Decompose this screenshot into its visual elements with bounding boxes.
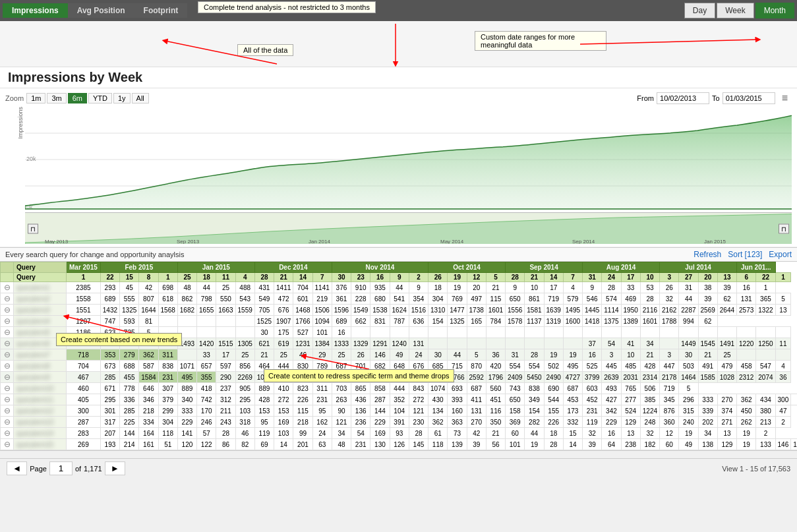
sort-link[interactable]: Sort [123] <box>728 250 762 259</box>
data-cell <box>737 327 756 338</box>
data-cell: 5 <box>139 327 158 338</box>
data-cell: 333 <box>698 394 717 405</box>
data-cell: 689 <box>100 293 119 305</box>
row-remove-btn[interactable]: ⊖ <box>4 395 11 404</box>
data-cell: 95 <box>254 417 274 428</box>
row-remove-btn[interactable]: ⊖ <box>4 283 11 292</box>
data-cell: 19 <box>737 439 756 450</box>
mini-chart-svg: May 2013 Sep 2013 Jan 2014 May 2014 Sep … <box>25 213 792 244</box>
chart-handle-right[interactable]: ⊓ <box>779 223 789 233</box>
period-week[interactable]: Week <box>717 3 753 18</box>
refresh-link[interactable]: Refresh <box>694 250 721 259</box>
data-cell: 1655 <box>197 305 216 316</box>
from-date-input[interactable] <box>657 92 709 104</box>
tab-impressions[interactable]: Impressions <box>3 3 68 18</box>
data-cell: 240 <box>679 417 698 428</box>
row-remove-btn[interactable]: ⊖ <box>4 339 11 348</box>
row-remove-btn[interactable]: ⊖ <box>4 328 11 337</box>
th-date-28b: 28 <box>506 273 525 282</box>
data-cell: 300 <box>67 405 101 417</box>
data-cell: 349 <box>525 394 544 405</box>
row-remove-btn[interactable]: ⊖ <box>4 316 11 326</box>
data-cell <box>197 316 216 327</box>
data-cell: 560 <box>486 383 505 394</box>
data-cell: 69 <box>254 439 274 450</box>
data-cell <box>370 327 390 338</box>
row-remove-btn[interactable]: ⊖ <box>4 440 11 449</box>
zoom-1y[interactable]: 1y <box>113 93 131 103</box>
data-cell: 39 <box>467 439 486 450</box>
period-day[interactable]: Day <box>684 3 715 18</box>
data-cell: 339 <box>698 405 717 417</box>
data-cell <box>506 338 525 349</box>
data-cell: 145 <box>409 439 428 450</box>
data-cell: 525 <box>583 361 602 372</box>
row-remove-btn[interactable]: ⊖ <box>4 406 11 415</box>
data-cell: 574 <box>409 372 428 383</box>
data-cell: 13 <box>775 305 791 316</box>
page-title: Impressions by Week <box>8 70 789 85</box>
zoom-ytd[interactable]: YTD <box>88 93 112 103</box>
next-page-btn[interactable]: ► <box>105 461 125 475</box>
data-cell: 218 <box>139 405 158 417</box>
data-cell: 765 <box>621 383 640 394</box>
data-cell: 1738 <box>467 305 486 316</box>
row-remove-btn[interactable]: ⊖ <box>4 417 11 427</box>
data-cell: 1038 <box>254 372 274 383</box>
data-cell: 19 <box>679 428 698 439</box>
svg-text:Sep 2013: Sep 2013 <box>177 239 200 244</box>
data-cell: 687 <box>332 361 351 372</box>
th-date-5: 5 <box>486 273 505 282</box>
data-cell: 365 <box>756 293 775 305</box>
data-cell: 405 <box>67 394 101 405</box>
page-input[interactable] <box>49 461 73 475</box>
zoom-all[interactable]: All <box>132 93 149 103</box>
query-cell: queryterm9 <box>14 372 67 383</box>
table-wrapper[interactable]: Query Mar 2015 Feb 2015 Jan 2015 Dec 201… <box>0 262 797 450</box>
data-cell: 9 <box>409 282 428 293</box>
zoom-6m[interactable]: 6m <box>68 93 87 103</box>
data-cell: 3 <box>602 349 621 361</box>
prev-page-btn[interactable]: ◄ <box>7 461 27 475</box>
h-scrollbar[interactable] <box>0 450 797 458</box>
row-remove-btn[interactable]: ⊖ <box>4 429 11 438</box>
data-cell: 464 <box>254 361 274 372</box>
tab-footprint[interactable]: Footprint <box>134 3 188 18</box>
data-cell <box>409 327 428 338</box>
row-remove-btn[interactable]: ⊖ <box>4 372 11 382</box>
query-cell: queryterm8 <box>14 361 67 372</box>
data-cell: 134 <box>428 405 448 417</box>
data-cell: 1578 <box>506 316 525 327</box>
row-remove-btn[interactable]: ⊖ <box>4 305 11 314</box>
data-cell: 30 <box>428 349 448 361</box>
chart-handle-left[interactable]: ⊓ <box>28 223 38 233</box>
row-remove-btn[interactable]: ⊖ <box>4 350 11 359</box>
data-cell: 270 <box>467 417 486 428</box>
data-cell: 843 <box>409 383 428 394</box>
row-remove-btn[interactable]: ⊖ <box>4 294 11 303</box>
data-cell: 701 <box>351 361 370 372</box>
to-date-input[interactable] <box>723 92 775 104</box>
data-cell: 657 <box>197 361 216 372</box>
data-cell: 527 <box>293 327 312 338</box>
data-cell: 10 <box>525 282 544 293</box>
zoom-3m[interactable]: 3m <box>47 93 66 103</box>
data-cell: 798 <box>197 293 216 305</box>
data-cell: 380 <box>756 405 775 417</box>
data-cell: 118 <box>428 439 448 450</box>
chart-menu-icon[interactable]: ≡ <box>778 91 792 105</box>
data-cell: 623 <box>100 327 119 338</box>
data-cell: 42 <box>139 282 158 293</box>
toolbar-actions: Refresh Sort [123] Export <box>694 250 792 259</box>
row-remove-btn[interactable]: ⊖ <box>4 384 11 393</box>
row-remove-btn[interactable]: ⊖ <box>4 361 11 370</box>
total-pages: 1,171 <box>84 465 102 473</box>
th-date-6: 6 <box>737 273 756 282</box>
period-month[interactable]: Month <box>755 3 794 18</box>
export-link[interactable]: Export <box>769 250 792 259</box>
data-cell: 119 <box>583 417 602 428</box>
zoom-1m[interactable]: 1m <box>26 93 45 103</box>
data-cell: 784 <box>486 316 505 327</box>
data-cell: 279 <box>120 349 139 361</box>
tab-avg-position[interactable]: Avg Position <box>68 3 134 18</box>
